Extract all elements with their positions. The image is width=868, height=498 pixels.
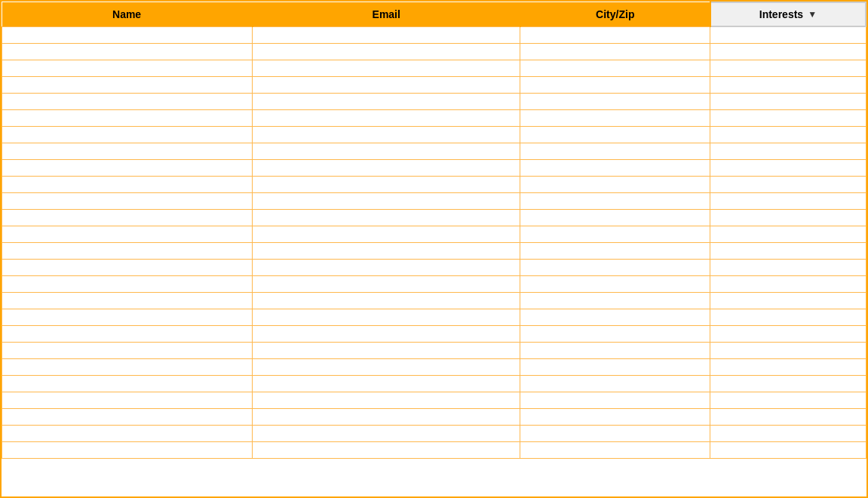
table-cell[interactable] [520,159,710,176]
table-cell[interactable] [2,425,253,441]
table-cell[interactable] [520,342,710,358]
table-row[interactable] [2,259,866,275]
table-cell[interactable] [2,375,253,392]
table-cell[interactable] [253,126,520,143]
table-cell[interactable] [253,209,520,226]
table-row[interactable] [2,375,866,392]
table-cell[interactable] [710,192,866,209]
table-cell[interactable] [710,259,866,275]
table-cell[interactable] [2,192,253,209]
table-cell[interactable] [253,159,520,176]
table-cell[interactable] [520,392,710,408]
table-cell[interactable] [520,192,710,209]
table-row[interactable] [2,43,866,60]
table-row[interactable] [2,358,866,375]
table-cell[interactable] [520,275,710,292]
table-cell[interactable] [253,275,520,292]
table-cell[interactable] [253,43,520,60]
table-cell[interactable] [253,325,520,342]
table-cell[interactable] [520,242,710,259]
table-cell[interactable] [710,242,866,259]
table-cell[interactable] [2,209,253,226]
table-cell[interactable] [2,143,253,159]
table-cell[interactable] [2,176,253,192]
table-cell[interactable] [2,408,253,425]
table-cell[interactable] [2,441,253,458]
table-cell[interactable] [253,60,520,76]
table-cell[interactable] [2,60,253,76]
interests-dropdown-arrow[interactable]: ▼ [808,9,817,20]
table-cell[interactable] [710,143,866,159]
table-cell[interactable] [520,209,710,226]
table-row[interactable] [2,275,866,292]
table-row[interactable] [2,60,866,76]
table-cell[interactable] [520,425,710,441]
table-cell[interactable] [710,342,866,358]
table-cell[interactable] [253,93,520,109]
table-row[interactable] [2,109,866,126]
table-cell[interactable] [253,226,520,242]
table-cell[interactable] [253,375,520,392]
table-row[interactable] [2,93,866,109]
table-cell[interactable] [2,93,253,109]
table-cell[interactable] [520,292,710,309]
table-row[interactable] [2,425,866,441]
table-cell[interactable] [710,375,866,392]
table-cell[interactable] [2,275,253,292]
table-row[interactable] [2,242,866,259]
table-row[interactable] [2,176,866,192]
table-cell[interactable] [253,76,520,93]
table-cell[interactable] [710,126,866,143]
table-cell[interactable] [710,60,866,76]
table-cell[interactable] [520,226,710,242]
table-cell[interactable] [2,242,253,259]
table-cell[interactable] [2,159,253,176]
table-cell[interactable] [520,93,710,109]
table-cell[interactable] [2,109,253,126]
table-cell[interactable] [520,143,710,159]
table-row[interactable] [2,126,866,143]
table-cell[interactable] [710,109,866,126]
table-cell[interactable] [710,441,866,458]
table-cell[interactable] [2,259,253,275]
table-cell[interactable] [2,292,253,309]
table-cell[interactable] [253,259,520,275]
table-row[interactable] [2,143,866,159]
table-cell[interactable] [710,93,866,109]
table-cell[interactable] [2,26,253,43]
table-cell[interactable] [520,76,710,93]
table-cell[interactable] [2,342,253,358]
table-cell[interactable] [710,425,866,441]
table-row[interactable] [2,192,866,209]
table-cell[interactable] [253,26,520,43]
table-row[interactable] [2,159,866,176]
table-cell[interactable] [2,358,253,375]
table-cell[interactable] [710,358,866,375]
table-cell[interactable] [710,408,866,425]
table-cell[interactable] [710,26,866,43]
table-cell[interactable] [710,226,866,242]
table-row[interactable] [2,342,866,358]
table-cell[interactable] [520,26,710,43]
table-cell[interactable] [710,176,866,192]
table-cell[interactable] [253,292,520,309]
table-cell[interactable] [710,76,866,93]
table-cell[interactable] [2,43,253,60]
table-cell[interactable] [253,192,520,209]
table-cell[interactable] [520,309,710,325]
table-cell[interactable] [520,358,710,375]
table-cell[interactable] [520,408,710,425]
table-cell[interactable] [520,176,710,192]
table-cell[interactable] [520,325,710,342]
table-cell[interactable] [253,358,520,375]
table-cell[interactable] [710,392,866,408]
table-cell[interactable] [2,392,253,408]
table-row[interactable] [2,392,866,408]
table-cell[interactable] [253,309,520,325]
table-cell[interactable] [253,392,520,408]
table-cell[interactable] [520,441,710,458]
table-cell[interactable] [2,76,253,93]
table-cell[interactable] [253,408,520,425]
table-cell[interactable] [2,325,253,342]
table-cell[interactable] [253,176,520,192]
